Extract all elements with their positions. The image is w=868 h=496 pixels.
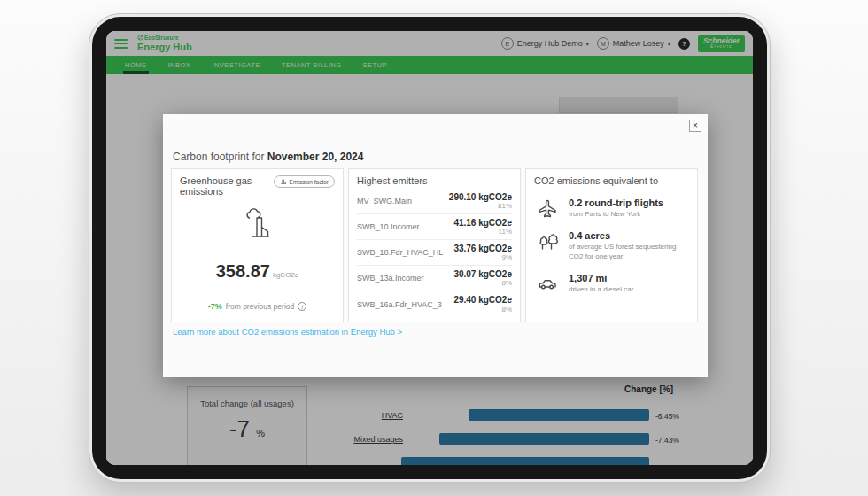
emitter-value: 33.76 kgCO2e: [453, 244, 512, 254]
ghg-emissions-panel: Greenhouse gas emissions Emission factor: [171, 168, 344, 322]
emitter-value: 290.10 kgCO2e: [449, 192, 512, 203]
ghg-value: 358.87: [216, 261, 270, 281]
emitter-value: 41.16 kgCO2e: [453, 218, 512, 229]
emitters-panel-title: Highest emitters: [357, 175, 512, 186]
carbon-footprint-modal: × Carbon footprint for November 20, 2024…: [163, 114, 708, 377]
equivalent-caption: of average US forest sequestering CO2 fo…: [569, 243, 688, 261]
ghg-panel-title: Greenhouse gas emissions: [180, 175, 274, 197]
equivalent-item: 1,307 mi driven in a diesel car: [534, 273, 689, 294]
forest-icon: [537, 230, 558, 252]
emitter-name: SWB_18.Fdr_HVAC_HL: [357, 248, 443, 257]
emitter-percent: 8%: [453, 306, 512, 314]
highest-emitters-panel: Highest emitters MV_SWG.Main 290.10 kgCO…: [348, 168, 521, 322]
emitter-percent: 81%: [449, 202, 512, 210]
factory-icon: [280, 178, 287, 185]
emission-factor-button[interactable]: Emission factor: [274, 175, 335, 188]
close-icon[interactable]: ×: [689, 120, 701, 132]
emitter-value: 30.07 kgCO2e: [453, 269, 512, 280]
factory-emissions-icon: [239, 208, 276, 242]
emitter-name: SWB_10.Incomer: [357, 222, 420, 231]
equivalent-item: 0.4 acres of average US forest sequester…: [534, 230, 689, 261]
emitter-name: MV_SWG.Main: [357, 197, 412, 205]
equivalent-caption: from Paris to New York: [569, 210, 663, 219]
tablet-bezel: EcoStruxure Energy Hub E Energy Hub Demo…: [92, 17, 767, 479]
modal-title: Carbon footprint for November 20, 2024: [173, 151, 363, 163]
equivalent-value: 1,307 mi: [569, 273, 633, 283]
modal-title-prefix: Carbon footprint for: [173, 151, 267, 163]
equivalents-panel-title: CO2 emissions equivalent to: [534, 175, 689, 186]
ghg-unit: kgCO2e: [273, 271, 298, 279]
equivalent-caption: driven in a diesel car: [569, 285, 633, 294]
emitter-percent: 8%: [453, 279, 512, 287]
car-icon: [536, 273, 559, 292]
tablet-frame: EcoStruxure Energy Hub E Energy Hub Demo…: [89, 13, 771, 483]
modal-title-date: November 20, 2024: [267, 151, 364, 163]
emitter-percent: 9%: [453, 253, 512, 261]
emission-factor-label: Emission factor: [290, 179, 329, 185]
emitter-row: SWB_18.Fdr_HVAC_HL 33.76 kgCO2e9%: [357, 240, 512, 266]
plane-icon: [537, 198, 558, 219]
learn-more-link[interactable]: Learn more about CO2 emissions estimatio…: [173, 327, 402, 337]
emitter-row: MV_SWG.Main 290.10 kgCO2e81%: [357, 189, 512, 214]
equivalent-value: 0.2 round-trip flights: [569, 198, 663, 208]
emitter-row: SWB_16a.Fdr_HVAC_3 29.40 kgCO2e8%: [357, 291, 512, 317]
emitter-name: SWB_13a.Incomer: [357, 274, 424, 283]
info-icon[interactable]: i: [298, 302, 306, 311]
ghg-delta-caption: from previous period: [226, 302, 294, 311]
emitter-row: SWB_13a.Incomer 30.07 kgCO2e8%: [357, 266, 512, 291]
emitter-row: SWB_10.Incomer 41.16 kgCO2e11%: [357, 214, 512, 240]
equivalent-item: 0.2 round-trip flights from Paris to New…: [534, 198, 689, 219]
emitter-value: 29.40 kgCO2e: [453, 295, 512, 306]
equivalent-value: 0.4 acres: [569, 230, 688, 241]
emitter-percent: 11%: [453, 228, 512, 236]
app-screen: EcoStruxure Energy Hub E Energy Hub Demo…: [106, 31, 753, 465]
ghg-delta: -7%: [208, 302, 222, 311]
emitter-name: SWB_16a.Fdr_HVAC_3: [357, 300, 442, 309]
co2-equivalents-panel: CO2 emissions equivalent to 0.2 round-tr…: [525, 168, 698, 322]
